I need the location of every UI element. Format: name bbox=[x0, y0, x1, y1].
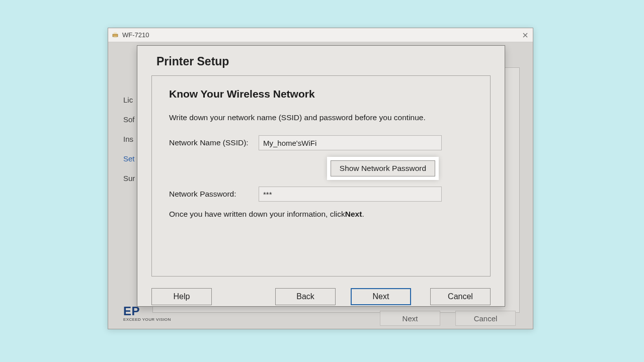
printer-setup-dialog: Printer Setup Know Your Wireless Network… bbox=[137, 45, 505, 307]
password-row: Network Password: bbox=[169, 187, 473, 202]
ssid-row: Network Name (SSID): bbox=[169, 135, 473, 150]
dialog-heading: Printer Setup bbox=[156, 55, 491, 68]
next-button[interactable]: Next bbox=[351, 288, 411, 305]
window-title: WF-7210 bbox=[122, 31, 149, 39]
ssid-label: Network Name (SSID): bbox=[169, 138, 259, 147]
show-password-highlight: Show Network Password bbox=[328, 157, 438, 179]
dialog-panel: Know Your Wireless Network Write down yo… bbox=[151, 75, 491, 277]
titlebar: WF-7210 bbox=[108, 28, 533, 42]
after-bold: Next bbox=[345, 210, 362, 219]
after-instruction: Once you have written down your informat… bbox=[169, 210, 473, 219]
ssid-input[interactable] bbox=[259, 135, 442, 150]
password-label: Network Password: bbox=[169, 190, 259, 199]
outer-cancel-button[interactable]: Cancel bbox=[455, 311, 516, 326]
dialog-nav: Help Back Next Cancel bbox=[151, 288, 491, 305]
panel-subtitle: Know Your Wireless Network bbox=[169, 88, 473, 100]
outer-nav: Next Cancel bbox=[380, 311, 516, 326]
brand: EP EXCEED YOUR VISION bbox=[123, 305, 171, 322]
password-input[interactable] bbox=[259, 187, 442, 202]
after-text-1: Once you have written down your informat… bbox=[169, 210, 345, 219]
back-button[interactable]: Back bbox=[275, 288, 336, 305]
brand-tagline: EXCEED YOUR VISION bbox=[123, 317, 171, 322]
show-network-password-button[interactable]: Show Network Password bbox=[331, 160, 435, 176]
cancel-button[interactable]: Cancel bbox=[430, 288, 491, 305]
printer-icon bbox=[111, 31, 119, 39]
instruction-text: Write down your network name (SSID) and … bbox=[169, 113, 473, 122]
help-button[interactable]: Help bbox=[151, 288, 212, 305]
brand-logo: EP bbox=[123, 305, 171, 317]
close-icon[interactable] bbox=[521, 31, 530, 40]
outer-next-button[interactable]: Next bbox=[380, 311, 440, 326]
after-text-2: . bbox=[362, 210, 364, 219]
show-password-row: Show Network Password bbox=[328, 157, 473, 179]
